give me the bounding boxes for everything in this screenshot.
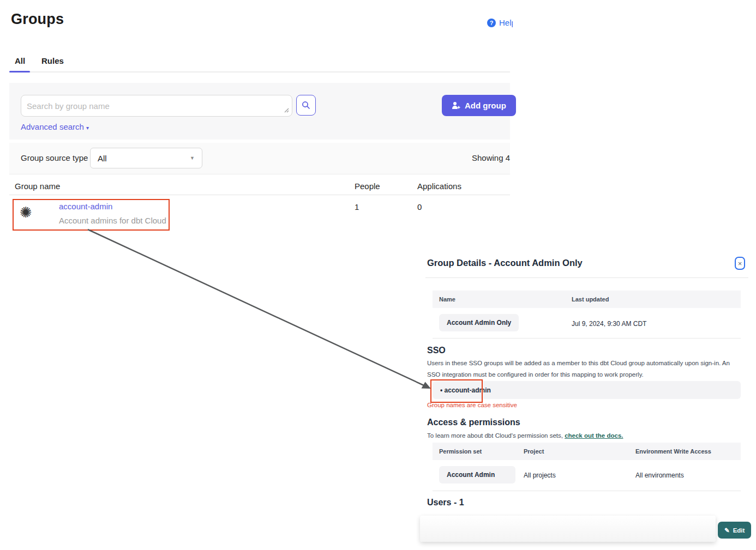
environment-value: All environments [635,472,684,479]
add-group-label: Add group [465,101,506,110]
group-source-type-label: Group source type [21,153,88,162]
help-link[interactable]: ? Help [487,18,513,27]
name-table-divider [433,338,741,339]
sso-heading: SSO [427,346,446,355]
column-header-group-name: Group name [15,182,60,191]
help-icon: ? [487,19,496,27]
pencil-icon: ✎ [724,527,730,534]
edit-button[interactable]: ✎ Edit [718,522,751,539]
project-header: Project [524,448,544,455]
tab-all[interactable]: All [15,56,25,65]
help-label: Help [499,18,513,27]
permission-set-chip: Account Admin [439,466,515,483]
permissions-table-divider [433,491,741,491]
people-count: 1 [355,202,359,211]
add-group-button[interactable]: Add group [442,95,516,116]
panel-title: Group Details - Account Admin Only [427,258,583,268]
panel-footer-bar [420,516,716,542]
column-header-people: People [355,182,380,191]
search-box [21,95,292,117]
advanced-search-link[interactable]: Advanced search ▾ [21,122,89,131]
tab-track [9,71,510,72]
project-value: All projects [524,472,556,479]
access-permissions-heading: Access & permissions [427,418,520,427]
advanced-search-label: Advanced search [21,122,84,131]
tab-rules[interactable]: Rules [41,56,64,65]
last-updated-header: Last updated [572,296,609,303]
permissions-table-header: Permission set Project Environment Write… [433,443,741,460]
search-button[interactable] [296,95,316,116]
case-sensitive-warning: Group names are case sensitive [427,402,517,408]
add-user-icon [452,101,460,110]
annotation-box-sso-group [430,379,483,403]
column-header-applications: Applications [417,182,461,191]
search-icon [302,101,310,110]
group-name-chip: Account Admin Only [439,314,519,331]
name-table-header: Name Last updated [433,291,741,308]
sso-description: Users in these SSO groups will be added … [427,358,742,380]
close-button[interactable]: × [735,257,745,270]
group-source-type-select[interactable]: All ▼ [90,148,202,168]
permissions-note-text: To learn more about dbt Cloud's permissi… [427,432,565,439]
permissions-note: To learn more about dbt Cloud's permissi… [427,430,742,442]
page-title: Groups [11,11,64,28]
select-caret-icon: ▼ [190,155,195,161]
close-icon: × [738,259,742,268]
showing-count: Showing 4 [431,153,510,162]
table-header-divider [9,195,510,195]
last-updated-value: Jul 9, 2024, 9:30 AM CDT [572,320,646,328]
permission-set-header: Permission set [439,448,482,455]
resize-grip-icon[interactable] [283,107,289,113]
docs-link[interactable]: check out the docs. [565,432,623,439]
applications-count: 0 [417,202,422,211]
search-input[interactable] [21,101,283,111]
annotation-box-group-row [13,199,170,231]
caret-down-icon: ▾ [86,125,89,131]
edit-label: Edit [733,527,745,534]
name-header: Name [439,296,455,303]
select-value: All [98,154,107,163]
users-heading: Users - 1 [427,498,464,507]
panel-header-divider [425,277,748,278]
tab-active-indicator [9,71,30,72]
environment-header: Environment Write Access [635,448,711,455]
